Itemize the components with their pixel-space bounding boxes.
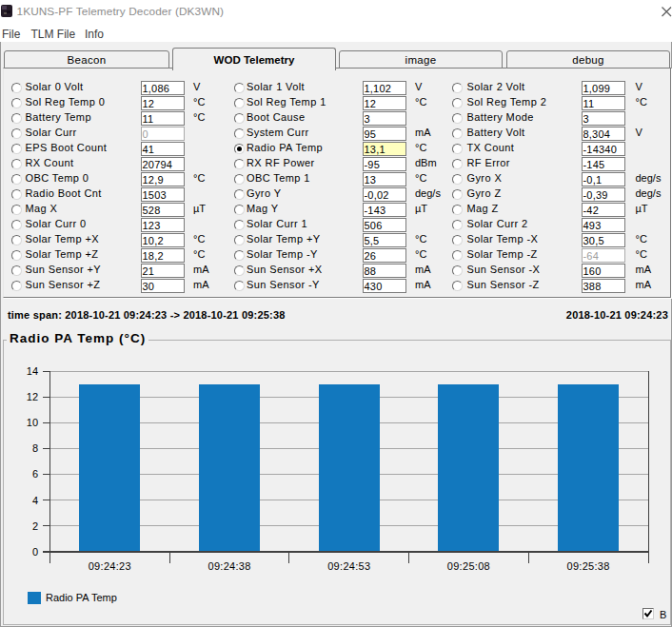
svg-text:6: 6 <box>32 468 38 480</box>
svg-text:09:25:08: 09:25:08 <box>447 560 490 572</box>
svg-text:2: 2 <box>32 520 38 532</box>
svg-text:8: 8 <box>32 442 38 454</box>
svg-text:0: 0 <box>32 546 38 558</box>
svg-text:09:24:23: 09:24:23 <box>89 560 131 572</box>
svg-text:10: 10 <box>27 417 39 428</box>
svg-text:12: 12 <box>27 391 39 402</box>
svg-text:09:25:38: 09:25:38 <box>566 560 609 572</box>
svg-text:09:24:53: 09:24:53 <box>327 560 370 572</box>
svg-text:09:24:38: 09:24:38 <box>208 560 250 572</box>
svg-text:14: 14 <box>27 365 39 377</box>
svg-text:4: 4 <box>32 495 38 506</box>
